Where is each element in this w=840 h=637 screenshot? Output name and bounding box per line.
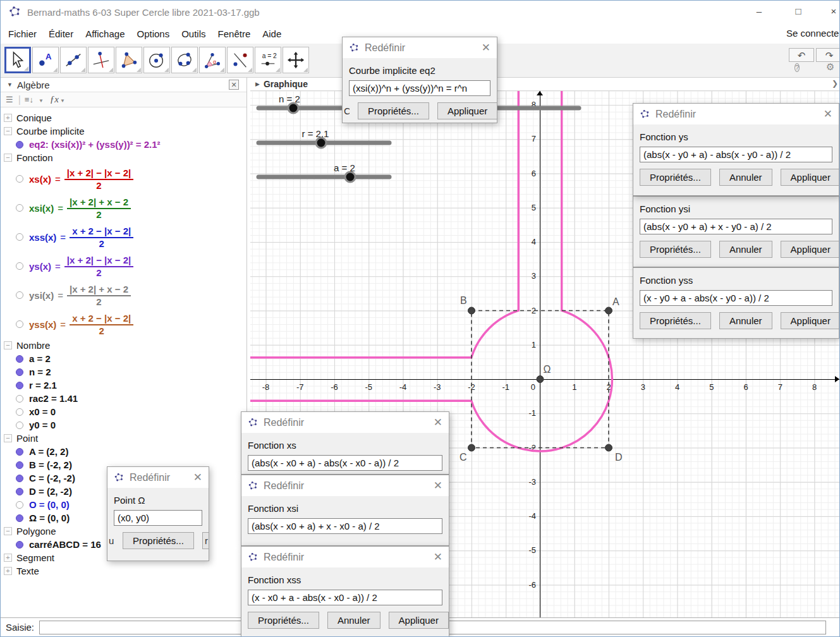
filled-marble-icon[interactable] — [16, 461, 23, 469]
sort-caret-icon[interactable]: ▼ — [39, 98, 44, 104]
menu-item-aide[interactable]: Aide — [262, 28, 281, 39]
cancel-button[interactable]: Annuler — [327, 612, 380, 629]
dialog-definition-input[interactable]: (xsi(x))^n + (yss(y))^n = r^n — [349, 80, 490, 96]
algebra-item[interactable]: y0 = 0 — [1, 418, 247, 432]
properties-button[interactable]: Propriétés... — [123, 532, 194, 549]
panel-caret-icon[interactable]: ▶ — [255, 81, 260, 87]
tree-toggle-icon[interactable]: − — [4, 434, 12, 442]
algebra-group-fonction[interactable]: −Fonction — [1, 151, 247, 164]
algebra-item[interactable]: xss(x)=x + 2 − |x − 2|2 — [1, 222, 247, 252]
algebra-item[interactable]: ys(x)=|x + 2| − |x − 2|2 — [1, 252, 247, 281]
tool-dropdown-caret-icon[interactable] — [164, 68, 169, 72]
algebra-item[interactable]: yss(x)=x + 2 − |x − 2|2 — [1, 310, 247, 339]
tool-move-cursor-button[interactable] — [4, 47, 31, 73]
dialog-definition-input[interactable]: (abs(x - x0 + a) + x - x0 - a) / 2 — [248, 518, 442, 534]
minimize-button[interactable]: – — [745, 1, 773, 22]
tool-line-button[interactable] — [60, 47, 87, 73]
point-D[interactable] — [606, 444, 612, 451]
apply-button[interactable]: Appliquer — [781, 241, 839, 258]
algebra-group-point[interactable]: −Point — [1, 432, 247, 445]
tool-dropdown-caret-icon[interactable] — [137, 68, 141, 72]
redo-button[interactable]: ↷ — [816, 48, 840, 62]
empty-marble-icon[interactable] — [16, 291, 23, 299]
dialog-definition-input[interactable]: (x - x0 + a - abs(x - x0 - a)) / 2 — [248, 590, 442, 605]
dialog-definition-input[interactable]: (abs(x - x0 + a) - abs(x - x0 - a)) / 2 — [248, 455, 442, 471]
tool-point-button[interactable]: A — [32, 47, 59, 73]
tool-dropdown-caret-icon[interactable] — [303, 68, 308, 72]
dialog-title-bar[interactable]: Redéfinir✕ — [633, 104, 839, 124]
algebra-group-nombre[interactable]: −Nombre — [1, 339, 247, 352]
properties-button[interactable]: Propriétés... — [640, 312, 711, 329]
dialog-close-icon[interactable]: ✕ — [824, 109, 832, 119]
filled-marble-icon[interactable] — [16, 355, 23, 363]
point-A[interactable] — [606, 307, 612, 314]
properties-button[interactable]: Propriétés... — [640, 241, 711, 258]
panel-expander-icon[interactable]: ❯ — [832, 79, 838, 88]
empty-marble-icon[interactable] — [16, 422, 23, 429]
apply-button[interactable]: Appliquer — [781, 169, 839, 186]
dialog-definition-input[interactable]: (abs(x - y0 + a) - abs(x - y0 - a)) / 2 — [640, 147, 832, 162]
algebra-group-texte[interactable]: +Texte — [1, 564, 247, 578]
empty-marble-icon[interactable] — [16, 320, 23, 328]
tool-angle-button[interactable]: α — [199, 47, 226, 73]
filled-marble-icon[interactable] — [16, 368, 23, 376]
tool-dropdown-caret-icon[interactable] — [248, 68, 252, 72]
tree-toggle-icon[interactable]: + — [4, 114, 12, 122]
empty-marble-icon[interactable] — [16, 395, 23, 403]
empty-marble-icon[interactable] — [16, 204, 23, 212]
algebra-item[interactable]: xsi(x)=|x + 2| + x − 22 — [1, 193, 247, 222]
sign-in-link[interactable]: Se connecter — [786, 23, 840, 44]
empty-marble-icon[interactable] — [16, 501, 23, 509]
dialog-close-icon[interactable]: ✕ — [434, 417, 442, 428]
dialog-title-bar[interactable]: Redéfinir✕ — [241, 412, 449, 433]
slider-n-knob[interactable] — [288, 103, 298, 113]
auxiliary-objects-icon[interactable]: ☰ — [6, 95, 13, 104]
dialog-title-bar[interactable]: Redéfinir✕ — [343, 37, 497, 58]
tool-slider-button[interactable]: a = 2 — [255, 47, 281, 73]
tree-toggle-icon[interactable]: + — [4, 554, 12, 562]
menu-item-fenêtre[interactable]: Fenêtre — [218, 28, 251, 39]
algebra-group-conique[interactable]: +Conique — [1, 111, 247, 124]
dialog-title-bar[interactable]: Redéfinir✕ — [241, 475, 449, 496]
empty-marble-icon[interactable] — [16, 175, 23, 183]
settings-gear-icon[interactable]: ⚙ — [826, 61, 834, 73]
dialog-close-icon[interactable]: ✕ — [434, 552, 442, 562]
fx-display-icon[interactable]: ƒx — [50, 94, 59, 105]
algebra-item[interactable]: r = 2.1 — [1, 379, 247, 392]
tool-circle-button[interactable] — [143, 47, 170, 73]
tool-special-line-button[interactable] — [88, 47, 114, 73]
point-Ω[interactable] — [537, 376, 544, 383]
menu-item-affichage[interactable]: Affichage — [85, 28, 125, 39]
dialog-title-bar[interactable]: Redéfinir✕ — [107, 467, 209, 488]
filled-marble-icon[interactable] — [16, 448, 23, 456]
filled-marble-icon[interactable] — [16, 382, 23, 389]
properties-button[interactable]: Propriétés... — [358, 102, 429, 119]
tool-dropdown-caret-icon[interactable] — [109, 68, 113, 72]
dialog-definition-input[interactable]: (x - y0 + a - abs(x - y0 - a)) / 2 — [640, 290, 832, 306]
tool-polygon-button[interactable] — [116, 47, 142, 73]
dialog-definition-input[interactable]: (x0, y0) — [114, 510, 202, 526]
algebra-item[interactable]: a = 2 — [1, 352, 247, 365]
algebra-close-icon[interactable]: ✕ — [229, 80, 239, 90]
apply-button[interactable]: Appliquer — [389, 612, 449, 629]
dialog-close-icon[interactable]: ✕ — [193, 472, 202, 483]
sort-mode-icon[interactable]: ≡↓ — [25, 95, 33, 104]
algebra-group-courbe-implicite[interactable]: −Courbe implicite — [1, 124, 247, 138]
empty-marble-icon[interactable] — [16, 262, 23, 270]
maximize-button[interactable]: □ — [784, 1, 812, 22]
cancel-button[interactable]: Annuler — [719, 241, 772, 258]
tree-toggle-icon[interactable]: − — [4, 127, 12, 135]
tree-toggle-icon[interactable]: − — [4, 341, 12, 349]
empty-marble-icon[interactable] — [16, 408, 23, 416]
filled-marble-icon[interactable] — [16, 488, 23, 495]
algebra-item[interactable]: n = 2 — [1, 365, 247, 379]
menu-item-options[interactable]: Options — [137, 28, 169, 39]
cancel-button[interactable]: Annuler — [719, 312, 772, 329]
dialog-title-bar[interactable]: Redéfinir✕ — [241, 547, 449, 567]
menu-item-outils[interactable]: Outils — [181, 28, 205, 39]
point-B[interactable] — [468, 307, 475, 314]
tool-transform-button[interactable] — [227, 47, 253, 73]
apply-button[interactable]: Appliquer — [437, 102, 497, 119]
help-icon[interactable]: ? — [794, 63, 800, 72]
tool-dropdown-caret-icon[interactable] — [192, 68, 197, 72]
